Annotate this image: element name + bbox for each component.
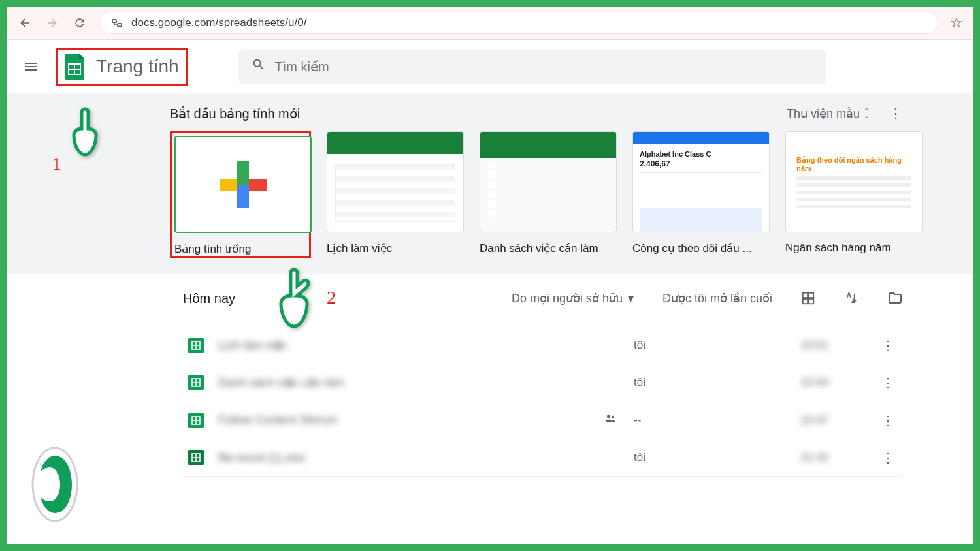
forward-button[interactable] xyxy=(44,15,60,31)
sheets-file-icon xyxy=(188,413,204,428)
file-name: Follow Content Sforum xyxy=(218,413,589,427)
last-opened-label: Được tôi mở lần cuối xyxy=(662,291,772,306)
file-owner: tôi xyxy=(634,376,751,389)
file-row[interactable]: Follow Content Sforum -- 22:47 ⋮ xyxy=(183,401,903,439)
recent-section-label: Hôm nay xyxy=(183,291,235,306)
file-name: file-excel (1).xlsx xyxy=(218,451,589,465)
svg-point-23 xyxy=(612,415,614,418)
owner-filter-dropdown[interactable]: Do mọi người sở hữu ▾ xyxy=(512,291,634,306)
unfold-icon: ⌃⌄ xyxy=(864,108,869,119)
template-gallery: Bắt đầu bảng tính mới Thư viện mẫu ⌃⌄ ⋮ … xyxy=(7,93,973,274)
app-title: Trang tính xyxy=(96,56,179,77)
template-budget[interactable]: Bảng theo dõi ngân sách hàng năm Ngân sá… xyxy=(785,131,923,258)
app-header: Trang tính xyxy=(7,40,973,93)
plus-icon xyxy=(220,161,267,208)
template-gallery-button[interactable]: Thư viện mẫu ⌃⌄ xyxy=(787,106,869,121)
svg-rect-7 xyxy=(803,293,808,298)
file-more-icon[interactable]: ⋮ xyxy=(878,413,898,428)
site-settings-icon[interactable] xyxy=(110,16,123,29)
file-row[interactable]: Danh sách việc cần làm tôi 22:50 ⋮ xyxy=(183,364,903,401)
browser-toolbar: docs.google.com/spreadsheets/u/0/ ☆ xyxy=(7,7,973,40)
main-menu-button[interactable] xyxy=(18,54,44,80)
reload-button[interactable] xyxy=(72,15,88,31)
url-text: docs.google.com/spreadsheets/u/0/ xyxy=(131,16,306,29)
recent-section: Hôm nay Do mọi người sở hữu ▾ Được tôi m… xyxy=(7,274,973,477)
template-investment[interactable]: Alphabet Inc Class C 2.406,67 Công cụ th… xyxy=(632,131,770,258)
svg-rect-0 xyxy=(112,20,116,23)
gallery-more-icon[interactable]: ⋮ xyxy=(889,105,903,122)
svg-rect-1 xyxy=(118,24,122,27)
file-more-icon[interactable]: ⋮ xyxy=(878,338,898,353)
dropdown-icon: ▾ xyxy=(628,291,634,306)
annotation-number-1: 1 xyxy=(52,153,61,174)
browser-window: docs.google.com/spreadsheets/u/0/ ☆ Tran… xyxy=(7,7,973,544)
sheets-file-icon xyxy=(188,338,204,353)
search-box[interactable] xyxy=(238,50,826,84)
corner-watermark-icon xyxy=(27,444,86,531)
grid-view-icon[interactable] xyxy=(801,291,815,306)
file-time: 22:47 xyxy=(766,414,864,427)
annotation-number-2: 2 xyxy=(327,287,336,308)
search-input[interactable] xyxy=(275,59,813,74)
gallery-title: Bắt đầu bảng tính mới xyxy=(170,106,300,121)
svg-rect-8 xyxy=(809,293,813,298)
file-more-icon[interactable]: ⋮ xyxy=(878,375,898,390)
template-blank[interactable]: Bảng tính trống xyxy=(170,131,311,258)
file-list: Lịch làm việc tôi 22:51 ⋮ Danh sách việc… xyxy=(183,327,903,477)
back-button[interactable] xyxy=(17,15,33,31)
svg-rect-10 xyxy=(809,299,813,304)
file-row[interactable]: file-excel (1).xlsx tôi 21:32 ⋮ xyxy=(183,439,903,477)
file-time: 21:32 xyxy=(766,451,864,464)
file-row[interactable]: Lịch làm việc tôi 22:51 ⋮ xyxy=(183,327,903,364)
file-time: 22:51 xyxy=(766,339,864,352)
file-owner: tôi xyxy=(634,339,751,352)
app-logo-group[interactable]: Trang tính xyxy=(56,48,188,86)
shared-icon xyxy=(604,412,619,428)
sort-az-icon[interactable]: AZ xyxy=(844,291,858,306)
file-name: Lịch làm việc xyxy=(218,338,589,353)
search-icon xyxy=(252,57,266,76)
folder-icon[interactable] xyxy=(887,291,903,306)
sheets-logo-icon xyxy=(61,52,90,81)
file-owner: -- xyxy=(634,414,751,427)
template-schedule[interactable]: Lịch làm việc xyxy=(327,131,464,258)
excel-file-icon xyxy=(188,450,204,465)
template-todo[interactable]: Danh sách việc cần làm xyxy=(480,131,617,258)
address-bar[interactable]: docs.google.com/spreadsheets/u/0/ xyxy=(99,12,938,34)
bookmark-star-icon[interactable]: ☆ xyxy=(950,14,963,31)
file-time: 22:50 xyxy=(766,376,864,389)
sheets-file-icon xyxy=(188,375,204,390)
svg-point-22 xyxy=(607,415,610,418)
svg-rect-9 xyxy=(803,299,808,304)
file-more-icon[interactable]: ⋮ xyxy=(878,450,898,465)
file-name: Danh sách việc cần làm xyxy=(218,375,589,390)
file-owner: tôi xyxy=(634,451,751,464)
